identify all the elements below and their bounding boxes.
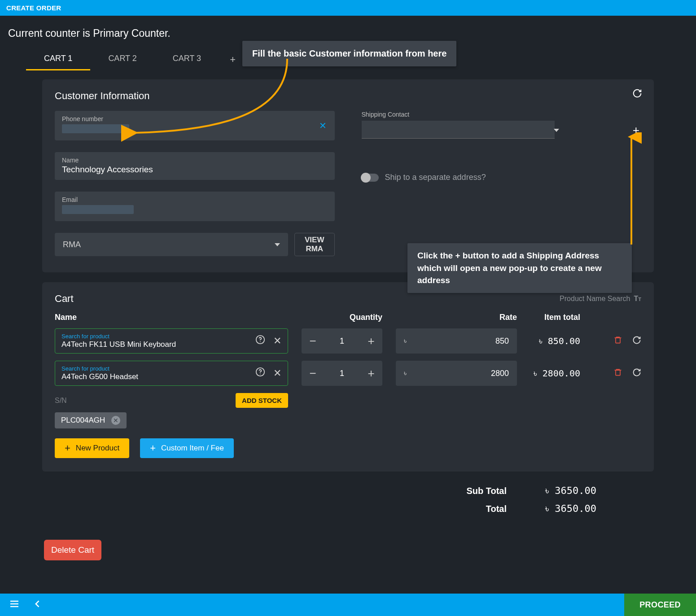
chevron-down-icon <box>275 243 280 246</box>
product-name-search-toggle[interactable]: Product Name Search TT <box>560 295 641 303</box>
view-rma-button[interactable]: VIEW RMA <box>294 233 335 256</box>
cart-card: Cart Product Name Search TT Name Quantit… <box>42 282 654 472</box>
tab-cart-2[interactable]: CART 2 <box>90 49 154 70</box>
shipping-contact-label: Shipping Contact <box>362 111 617 118</box>
new-product-label: New Product <box>76 444 119 453</box>
product-search-label: Search for product <box>61 333 255 339</box>
bottom-bar: PROCEED <box>0 594 696 616</box>
ship-separate-label: Ship to a separate address? <box>385 173 486 182</box>
currency-icon: ৳ <box>404 337 407 345</box>
serial-chip: PLC004AGH ✕ <box>55 412 127 428</box>
chevron-down-icon <box>554 129 559 132</box>
page-body: Current counter is Primary Counter. CART… <box>0 16 696 560</box>
sn-label: S/N <box>55 397 67 405</box>
product-name-search-label: Product Name Search <box>560 295 630 303</box>
customer-info-title: Customer Information <box>55 90 641 102</box>
phone-value-redacted <box>62 124 129 133</box>
tab-cart-3[interactable]: CART 3 <box>155 49 219 70</box>
cart-column-headers: Name Quantity Rate Item total <box>55 313 641 322</box>
rate-input[interactable]: ৳ 2800 <box>396 361 517 386</box>
customer-right-column: Shipping Contact + Ship to a separate ad… <box>362 111 642 256</box>
new-product-button[interactable]: + New Product <box>55 438 129 458</box>
svg-rect-2 <box>616 338 620 343</box>
subtotal-label: Sub Total <box>444 486 507 496</box>
total-value: ৳ 3650.00 <box>534 503 596 515</box>
qty-increment[interactable]: + <box>365 334 377 348</box>
col-item-total: Item total <box>530 313 583 322</box>
refresh-icon[interactable] <box>632 88 642 100</box>
name-field[interactable]: Name Technology Accessories <box>55 152 335 180</box>
custom-item-label: Custom Item / Fee <box>161 444 224 453</box>
col-rate: Rate <box>396 313 517 322</box>
rma-select[interactable]: RMA <box>55 233 288 256</box>
quantity-stepper: − 1 + <box>302 361 382 386</box>
callout-shipping-address: Click the + button to add a Shipping Add… <box>407 243 632 293</box>
rate-value: 2800 <box>491 369 509 378</box>
email-label: Email <box>62 196 328 203</box>
ship-separate-toggle[interactable] <box>362 174 379 182</box>
delete-row-icon[interactable] <box>613 367 622 379</box>
refresh-row-icon[interactable] <box>632 336 641 346</box>
top-bar: CREATE ORDER <box>0 0 696 16</box>
item-total: ৳ 850.00 <box>530 336 583 346</box>
total-label: Total <box>444 504 507 514</box>
totals-section: Sub Total ৳ 3650.00 Total ৳ 3650.00 <box>42 485 654 515</box>
add-shipping-address-button[interactable]: + <box>624 124 641 139</box>
shipping-contact-input[interactable] <box>362 121 555 139</box>
customer-left-column: Phone number ✕ Name Technology Accessori… <box>55 111 335 256</box>
back-icon[interactable] <box>33 599 42 611</box>
plus-icon: + <box>150 443 156 453</box>
clear-phone-icon[interactable]: ✕ <box>319 120 327 131</box>
refresh-row-icon[interactable] <box>632 368 641 379</box>
product-name: A4Tech G500 Headset <box>61 372 255 381</box>
qty-increment[interactable]: + <box>365 367 377 380</box>
subtotal-value: ৳ 3650.00 <box>534 485 596 497</box>
clear-product-icon[interactable]: ✕ <box>273 367 281 379</box>
name-value: Technology Accessories <box>62 165 328 175</box>
currency-icon: ৳ <box>404 369 407 377</box>
phone-label: Phone number <box>62 115 328 122</box>
product-search-field[interactable]: Search for product A4Tech FK11 USB Mini … <box>55 328 288 354</box>
callout-customer-info: Fill the basic Customer information from… <box>242 41 456 66</box>
svg-point-1 <box>260 341 261 342</box>
custom-item-button[interactable]: + Custom Item / Fee <box>140 438 234 458</box>
svg-point-4 <box>260 374 261 375</box>
col-quantity: Quantity <box>302 313 382 322</box>
col-name: Name <box>55 313 288 322</box>
qty-value[interactable]: 1 <box>340 336 344 346</box>
clear-product-icon[interactable]: ✕ <box>273 335 281 347</box>
email-field[interactable]: Email <box>55 192 335 221</box>
serial-chip-value: PLC004AGH <box>61 416 105 425</box>
help-icon[interactable] <box>255 335 265 347</box>
name-label: Name <box>62 157 328 164</box>
rate-input[interactable]: ৳ 850 <box>396 328 517 354</box>
qty-decrement[interactable]: − <box>307 334 319 348</box>
text-format-icon: TT <box>634 295 641 303</box>
counter-text: Current counter is Primary Counter. <box>8 27 688 39</box>
cart-row: Search for product A4Tech G500 Headset ✕… <box>55 361 641 386</box>
product-name: A4Tech FK11 USB Mini Keyboard <box>61 340 255 349</box>
item-total: ৳ 2800.00 <box>530 368 583 379</box>
add-stock-button[interactable]: ADD STOCK <box>236 393 288 408</box>
cart-title: Cart <box>55 293 74 305</box>
help-icon[interactable] <box>255 367 265 380</box>
plus-icon: + <box>65 443 70 453</box>
tab-cart-1[interactable]: CART 1 <box>26 49 90 70</box>
serial-number-section: S/N ADD STOCK <box>55 393 288 408</box>
product-search-label: Search for product <box>61 366 255 371</box>
remove-serial-icon[interactable]: ✕ <box>111 416 120 425</box>
page-title: CREATE ORDER <box>6 4 61 12</box>
rma-label: RMA <box>63 240 81 249</box>
qty-value[interactable]: 1 <box>340 369 344 378</box>
proceed-button[interactable]: PROCEED <box>624 594 696 616</box>
svg-rect-5 <box>616 370 620 376</box>
email-value-redacted <box>62 205 134 214</box>
cart-row: Search for product A4Tech FK11 USB Mini … <box>55 328 641 354</box>
phone-field[interactable]: Phone number ✕ <box>55 111 335 140</box>
menu-icon[interactable] <box>9 599 20 611</box>
rate-value: 850 <box>495 336 509 346</box>
qty-decrement[interactable]: − <box>307 367 319 380</box>
product-search-field[interactable]: Search for product A4Tech G500 Headset ✕ <box>55 361 288 386</box>
delete-row-icon[interactable] <box>613 335 622 347</box>
delete-cart-button[interactable]: Delete Cart <box>44 540 101 560</box>
